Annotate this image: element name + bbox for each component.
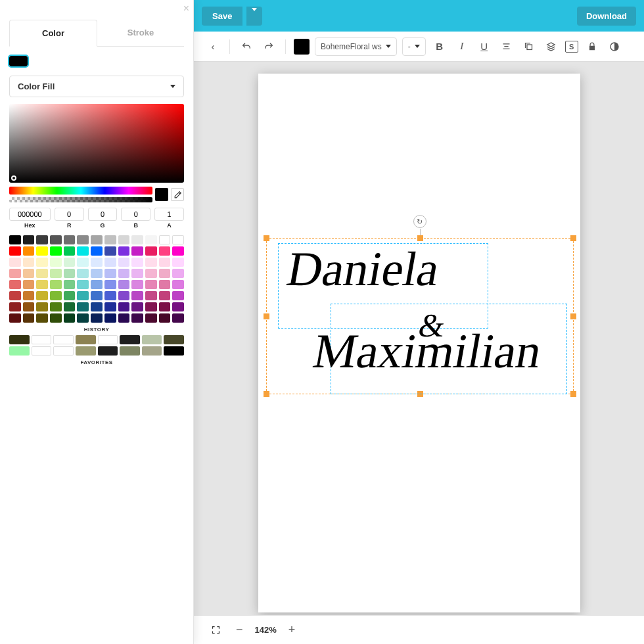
swatch[interactable] [131,269,143,278]
swatch[interactable] [91,313,103,323]
swatch[interactable] [145,235,157,244]
swatch[interactable] [64,258,76,267]
fullscreen-button[interactable] [207,622,224,639]
swatch[interactable] [131,313,143,323]
save-button[interactable]: Save [202,7,242,26]
hue-slider[interactable] [9,187,152,195]
history-swatch[interactable] [53,335,74,344]
history-swatch[interactable] [9,346,30,356]
swatch[interactable] [104,246,116,256]
underline-button[interactable]: U [476,38,493,55]
history-swatch[interactable] [142,346,162,356]
saturation-area[interactable] [9,104,184,183]
swatch[interactable] [9,258,21,267]
swatch[interactable] [159,235,171,244]
swatch[interactable] [64,235,76,244]
fill-mode-select[interactable]: Color Fill [9,76,184,97]
history-swatch[interactable] [142,335,162,344]
swatch[interactable] [23,313,35,323]
resize-handle-nw[interactable] [264,235,269,241]
tab-color[interactable]: Color [9,20,97,47]
swatch[interactable] [50,302,62,311]
swatch[interactable] [104,313,116,323]
save-dropdown-button[interactable] [246,7,262,26]
swatch[interactable] [104,291,116,300]
swatch[interactable] [118,246,130,256]
history-swatch[interactable] [120,346,140,356]
resize-handle-se[interactable] [570,391,576,397]
history-swatch[interactable] [164,335,184,344]
history-swatch[interactable] [98,346,118,356]
swatch[interactable] [159,269,171,278]
swatch[interactable] [77,258,89,267]
swatch[interactable] [36,235,48,244]
duplicate-button[interactable] [520,38,538,55]
swatch[interactable] [9,269,21,278]
chevron-left-icon[interactable]: ‹ [204,38,221,55]
swatch[interactable] [64,291,76,300]
history-swatch[interactable] [9,335,30,344]
swatch[interactable] [77,235,89,244]
swatch[interactable] [36,269,48,278]
swatch[interactable] [172,280,184,289]
swatch[interactable] [64,269,76,278]
swatch[interactable] [23,235,35,244]
history-swatch[interactable] [76,335,96,344]
swatch[interactable] [159,302,171,311]
swatch[interactable] [50,291,62,300]
swatch[interactable] [118,302,130,311]
swatch[interactable] [131,280,143,289]
swatch[interactable] [145,302,157,311]
swatch[interactable] [23,246,35,256]
swatch[interactable] [118,235,130,244]
history-swatch[interactable] [164,346,184,356]
swatch[interactable] [77,291,89,300]
hex-input[interactable] [9,208,51,221]
swatch[interactable] [131,302,143,311]
swatch[interactable] [50,235,62,244]
swatch[interactable] [145,246,157,256]
undo-button[interactable] [238,38,255,55]
swatch[interactable] [172,246,184,256]
swatch[interactable] [159,258,171,267]
swatch[interactable] [118,291,130,300]
zoom-out-button[interactable]: − [236,623,243,637]
italic-button[interactable]: I [453,38,471,55]
swatch[interactable] [145,291,157,300]
history-swatch[interactable] [120,335,140,344]
swatch[interactable] [91,302,103,311]
resize-handle-e[interactable] [570,313,576,319]
swatch[interactable] [159,280,171,289]
swatch[interactable] [118,258,130,267]
resize-handle-n[interactable] [417,235,423,241]
redo-button[interactable] [260,38,277,55]
swatch[interactable] [131,235,143,244]
text-content-1[interactable]: Daniela [283,244,443,293]
download-button[interactable]: Download [577,7,636,26]
swatch[interactable] [50,258,62,267]
swatch[interactable] [23,302,35,311]
swatch[interactable] [64,313,76,323]
swatch[interactable] [64,302,76,311]
swatch[interactable] [36,280,48,289]
swatch[interactable] [50,280,62,289]
swatch[interactable] [36,313,48,323]
r-input[interactable] [55,208,84,221]
swatch[interactable] [77,269,89,278]
close-icon[interactable]: × [183,3,189,14]
history-swatch[interactable] [76,346,96,356]
text-color-chip[interactable] [294,39,310,55]
history-swatch[interactable] [53,346,74,356]
b-input[interactable] [121,208,150,221]
swatch[interactable] [91,280,103,289]
a-input[interactable] [154,208,184,221]
swatch[interactable] [172,302,184,311]
swatch[interactable] [77,313,89,323]
saturation-handle[interactable] [11,175,16,181]
swatch[interactable] [131,246,143,256]
swatch[interactable] [50,246,62,256]
swatch[interactable] [118,269,130,278]
swatch[interactable] [172,258,184,267]
zoom-in-button[interactable]: + [288,623,296,637]
g-input[interactable] [88,208,118,221]
